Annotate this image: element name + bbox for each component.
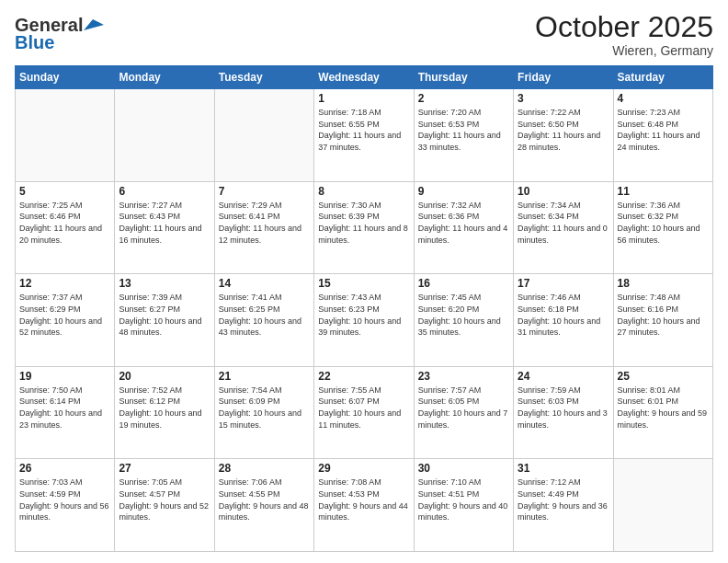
calendar-cell: 1Sunrise: 7:18 AM Sunset: 6:55 PM Daylig… xyxy=(314,89,414,182)
calendar-cell: 14Sunrise: 7:41 AM Sunset: 6:25 PM Dayli… xyxy=(214,274,313,367)
month-title: October 2025 xyxy=(535,11,713,43)
day-info: Sunrise: 7:55 AM Sunset: 6:07 PM Dayligh… xyxy=(318,385,409,431)
day-number: 21 xyxy=(219,370,310,383)
day-number: 6 xyxy=(119,185,210,198)
day-info: Sunrise: 7:12 AM Sunset: 4:49 PM Dayligh… xyxy=(518,477,609,523)
calendar-cell: 8Sunrise: 7:30 AM Sunset: 6:39 PM Daylig… xyxy=(314,181,414,274)
day-info: Sunrise: 8:01 AM Sunset: 6:01 PM Dayligh… xyxy=(618,385,709,431)
day-info: Sunrise: 7:20 AM Sunset: 6:53 PM Dayligh… xyxy=(418,107,509,153)
calendar-cell: 15Sunrise: 7:43 AM Sunset: 6:23 PM Dayli… xyxy=(314,274,414,367)
calendar-cell: 26Sunrise: 7:03 AM Sunset: 4:59 PM Dayli… xyxy=(16,459,115,552)
day-number: 15 xyxy=(318,277,409,290)
calendar-cell: 6Sunrise: 7:27 AM Sunset: 6:43 PM Daylig… xyxy=(115,181,214,274)
day-of-week-friday: Friday xyxy=(514,66,613,89)
day-number: 12 xyxy=(19,277,110,290)
day-info: Sunrise: 7:18 AM Sunset: 6:55 PM Dayligh… xyxy=(318,107,409,153)
day-info: Sunrise: 7:59 AM Sunset: 6:03 PM Dayligh… xyxy=(518,385,609,431)
day-of-week-monday: Monday xyxy=(115,66,214,89)
day-info: Sunrise: 7:23 AM Sunset: 6:48 PM Dayligh… xyxy=(618,107,709,153)
calendar-cell: 9Sunrise: 7:32 AM Sunset: 6:36 PM Daylig… xyxy=(414,181,513,274)
calendar-cell: 10Sunrise: 7:34 AM Sunset: 6:34 PM Dayli… xyxy=(514,181,613,274)
day-number: 9 xyxy=(418,185,509,198)
day-number: 13 xyxy=(119,277,210,290)
day-info: Sunrise: 7:10 AM Sunset: 4:51 PM Dayligh… xyxy=(418,477,509,523)
calendar-cell: 3Sunrise: 7:22 AM Sunset: 6:50 PM Daylig… xyxy=(514,89,613,182)
day-number: 31 xyxy=(518,462,609,475)
calendar-cell: 12Sunrise: 7:37 AM Sunset: 6:29 PM Dayli… xyxy=(16,274,115,367)
location: Wieren, Germany xyxy=(535,43,713,58)
logo: General Blue xyxy=(15,11,104,53)
calendar-cell: 7Sunrise: 7:29 AM Sunset: 6:41 PM Daylig… xyxy=(214,181,313,274)
logo-blue-text: Blue xyxy=(15,32,54,53)
day-info: Sunrise: 7:36 AM Sunset: 6:32 PM Dayligh… xyxy=(618,200,709,246)
calendar-cell: 22Sunrise: 7:55 AM Sunset: 6:07 PM Dayli… xyxy=(314,366,414,459)
day-number: 14 xyxy=(219,277,310,290)
day-info: Sunrise: 7:46 AM Sunset: 6:18 PM Dayligh… xyxy=(518,292,609,338)
day-info: Sunrise: 7:27 AM Sunset: 6:43 PM Dayligh… xyxy=(119,200,210,246)
calendar-cell: 21Sunrise: 7:54 AM Sunset: 6:09 PM Dayli… xyxy=(214,366,313,459)
day-of-week-sunday: Sunday xyxy=(16,66,115,89)
calendar-week-4: 19Sunrise: 7:50 AM Sunset: 6:14 PM Dayli… xyxy=(16,366,713,459)
day-number: 8 xyxy=(318,185,409,198)
calendar-cell: 29Sunrise: 7:08 AM Sunset: 4:53 PM Dayli… xyxy=(314,459,414,552)
day-info: Sunrise: 7:45 AM Sunset: 6:20 PM Dayligh… xyxy=(418,292,509,338)
day-number: 1 xyxy=(318,92,409,105)
day-info: Sunrise: 7:43 AM Sunset: 6:23 PM Dayligh… xyxy=(318,292,409,338)
day-number: 25 xyxy=(618,370,709,383)
day-info: Sunrise: 7:05 AM Sunset: 4:57 PM Dayligh… xyxy=(119,477,210,523)
day-info: Sunrise: 7:03 AM Sunset: 4:59 PM Dayligh… xyxy=(19,477,110,523)
day-number: 30 xyxy=(418,462,509,475)
day-info: Sunrise: 7:52 AM Sunset: 6:12 PM Dayligh… xyxy=(119,385,210,431)
day-number: 18 xyxy=(618,277,709,290)
header: General Blue October 2025 Wieren, German… xyxy=(15,11,713,58)
calendar-cell: 17Sunrise: 7:46 AM Sunset: 6:18 PM Dayli… xyxy=(514,274,613,367)
calendar-cell: 31Sunrise: 7:12 AM Sunset: 4:49 PM Dayli… xyxy=(514,459,613,552)
day-info: Sunrise: 7:06 AM Sunset: 4:55 PM Dayligh… xyxy=(219,477,310,523)
day-number: 16 xyxy=(418,277,509,290)
day-info: Sunrise: 7:08 AM Sunset: 4:53 PM Dayligh… xyxy=(318,477,409,523)
calendar-cell xyxy=(613,459,712,552)
calendar-cell: 23Sunrise: 7:57 AM Sunset: 6:05 PM Dayli… xyxy=(414,366,513,459)
day-number: 26 xyxy=(19,462,110,475)
day-number: 10 xyxy=(518,185,609,198)
svg-marker-0 xyxy=(84,19,104,30)
calendar-cell xyxy=(214,89,313,182)
calendar-cell: 24Sunrise: 7:59 AM Sunset: 6:03 PM Dayli… xyxy=(514,366,613,459)
day-number: 20 xyxy=(119,370,210,383)
day-number: 24 xyxy=(518,370,609,383)
day-info: Sunrise: 7:57 AM Sunset: 6:05 PM Dayligh… xyxy=(418,385,509,431)
day-number: 27 xyxy=(119,462,210,475)
day-number: 3 xyxy=(518,92,609,105)
day-of-week-wednesday: Wednesday xyxy=(314,66,414,89)
calendar-cell: 28Sunrise: 7:06 AM Sunset: 4:55 PM Dayli… xyxy=(214,459,313,552)
day-info: Sunrise: 7:22 AM Sunset: 6:50 PM Dayligh… xyxy=(518,107,609,153)
day-number: 23 xyxy=(418,370,509,383)
day-number: 28 xyxy=(219,462,310,475)
calendar-cell: 2Sunrise: 7:20 AM Sunset: 6:53 PM Daylig… xyxy=(414,89,513,182)
calendar-cell: 5Sunrise: 7:25 AM Sunset: 6:46 PM Daylig… xyxy=(16,181,115,274)
day-number: 5 xyxy=(19,185,110,198)
calendar-week-5: 26Sunrise: 7:03 AM Sunset: 4:59 PM Dayli… xyxy=(16,459,713,552)
day-number: 17 xyxy=(518,277,609,290)
day-number: 22 xyxy=(318,370,409,383)
calendar-cell: 4Sunrise: 7:23 AM Sunset: 6:48 PM Daylig… xyxy=(613,89,712,182)
day-of-week-thursday: Thursday xyxy=(414,66,513,89)
calendar-week-3: 12Sunrise: 7:37 AM Sunset: 6:29 PM Dayli… xyxy=(16,274,713,367)
day-info: Sunrise: 7:48 AM Sunset: 6:16 PM Dayligh… xyxy=(618,292,709,338)
day-of-week-tuesday: Tuesday xyxy=(214,66,313,89)
calendar-cell: 30Sunrise: 7:10 AM Sunset: 4:51 PM Dayli… xyxy=(414,459,513,552)
calendar-cell: 13Sunrise: 7:39 AM Sunset: 6:27 PM Dayli… xyxy=(115,274,214,367)
day-info: Sunrise: 7:54 AM Sunset: 6:09 PM Dayligh… xyxy=(219,385,310,431)
day-info: Sunrise: 7:39 AM Sunset: 6:27 PM Dayligh… xyxy=(119,292,210,338)
calendar-cell: 11Sunrise: 7:36 AM Sunset: 6:32 PM Dayli… xyxy=(613,181,712,274)
day-number: 4 xyxy=(618,92,709,105)
day-number: 19 xyxy=(19,370,110,383)
calendar-cell xyxy=(115,89,214,182)
calendar-week-2: 5Sunrise: 7:25 AM Sunset: 6:46 PM Daylig… xyxy=(16,181,713,274)
calendar-week-1: 1Sunrise: 7:18 AM Sunset: 6:55 PM Daylig… xyxy=(16,89,713,182)
day-info: Sunrise: 7:25 AM Sunset: 6:46 PM Dayligh… xyxy=(19,200,110,246)
day-info: Sunrise: 7:34 AM Sunset: 6:34 PM Dayligh… xyxy=(518,200,609,246)
logo-icon xyxy=(84,17,104,32)
calendar-cell: 19Sunrise: 7:50 AM Sunset: 6:14 PM Dayli… xyxy=(16,366,115,459)
day-info: Sunrise: 7:37 AM Sunset: 6:29 PM Dayligh… xyxy=(19,292,110,338)
